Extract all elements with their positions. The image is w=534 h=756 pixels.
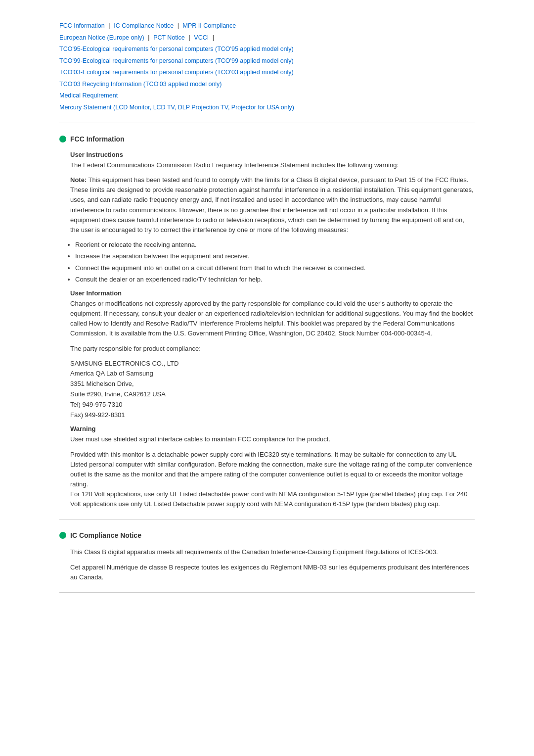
nav-separator-4: | (188, 34, 190, 41)
warning-heading: Warning (70, 425, 475, 432)
user-information-para2: The party responsible for product compli… (70, 344, 475, 354)
ic-section-title: IC Compliance Notice (70, 531, 141, 539)
nav-link-tco03[interactable]: TCO'03-Ecological requirements for perso… (59, 69, 294, 76)
fcc-bullet-list: Reorient or relocate the receiving anten… (75, 240, 475, 284)
ic-section-content: This Class B digital apparatus meets all… (59, 547, 475, 582)
user-instructions-heading: User Instructions (70, 151, 475, 158)
note-rest: This equipment has been tested and found… (70, 176, 474, 234)
ic-section-header: IC Compliance Notice (59, 531, 475, 539)
divider-top (59, 123, 475, 123)
nav-links: FCC Information | IC Compliance Notice |… (59, 20, 475, 113)
user-information-para1: Changes or modifications not expressly a… (70, 299, 475, 339)
nav-link-fcc[interactable]: FCC Information (59, 22, 105, 29)
warning-para2: Provided with this monitor is a detachab… (70, 450, 475, 510)
fcc-section-title: FCC Information (70, 135, 125, 143)
nav-separator-5: | (213, 34, 214, 41)
warning-subsection: Warning User must use shielded signal in… (70, 425, 475, 509)
nav-link-eu[interactable]: European Notice (Europe only) (59, 34, 144, 41)
fcc-section: FCC Information User Instructions The Fe… (59, 135, 475, 509)
divider-middle (59, 519, 475, 520)
divider-bottom (59, 592, 475, 593)
nav-separator-2: | (178, 22, 179, 29)
fcc-section-content: User Instructions The Federal Communicat… (59, 151, 475, 509)
nav-link-mercury[interactable]: Mercury Statement (LCD Monitor, LCD TV, … (59, 104, 294, 111)
ic-para1: This Class B digital apparatus meets all… (70, 547, 475, 557)
address-block: SAMSUNG ELECTRONICS CO., LTD America QA … (70, 359, 475, 421)
fcc-section-icon (59, 136, 66, 142)
user-information-heading: User Information (70, 289, 475, 297)
bullet-item-1: Reorient or relocate the receiving anten… (75, 240, 475, 250)
fcc-section-header: FCC Information (59, 135, 475, 143)
user-information: User Information Changes or modification… (70, 289, 475, 420)
bullet-item-2: Increase the separation between the equi… (75, 251, 475, 261)
user-instructions: User Instructions The Federal Communicat… (70, 151, 475, 284)
nav-link-vcci[interactable]: VCCI (194, 34, 209, 41)
warning-para1: User must use shielded signal interface … (70, 434, 475, 444)
bullet-item-4: Consult the dealer or an experienced rad… (75, 275, 475, 284)
ic-section-icon (59, 532, 66, 539)
nav-link-tco99[interactable]: TCO'99-Ecological requirements for perso… (59, 57, 294, 64)
nav-separator-3: | (148, 34, 149, 41)
nav-link-ic[interactable]: IC Compliance Notice (114, 22, 174, 29)
ic-para2: Cet appareil Numérique de classe B respe… (70, 563, 475, 582)
ic-section: IC Compliance Notice This Class B digita… (59, 531, 475, 582)
note-bold: Note: (70, 176, 87, 184)
user-instructions-para2: Note: This equipment has been tested and… (70, 175, 475, 235)
page-container: FCC Information | IC Compliance Notice |… (30, 0, 504, 622)
user-instructions-para1: The Federal Communications Commission Ra… (70, 160, 475, 170)
bullet-item-3: Connect the equipment into an outlet on … (75, 263, 475, 273)
nav-link-tco95[interactable]: TCO'95-Ecological requirements for perso… (59, 46, 294, 52)
nav-separator-1: | (108, 22, 110, 29)
nav-link-medical[interactable]: Medical Requirement (59, 92, 118, 99)
nav-link-pct[interactable]: PCT Notice (153, 34, 185, 41)
nav-link-mpr[interactable]: MPR II Compliance (183, 22, 236, 29)
nav-link-tco03r[interactable]: TCO'03 Recycling Information (TCO'03 app… (59, 81, 222, 88)
